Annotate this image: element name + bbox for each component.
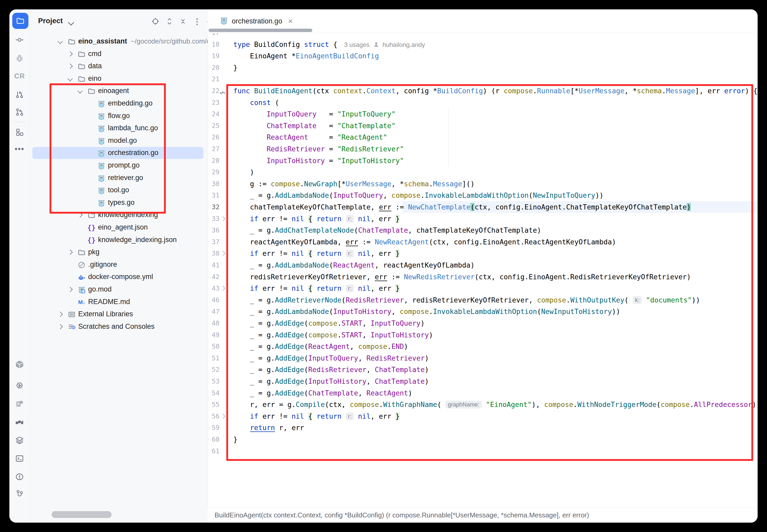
- fold-collapsed-icon[interactable]: [220, 286, 225, 290]
- tree-item-label: Scratches and Consoles: [78, 323, 155, 331]
- go-gopher-icon: [220, 16, 228, 26]
- breadcrumb-bar: BuildEinoAgent(ctx context.Context, conf…: [208, 508, 758, 523]
- pull-request-icon[interactable]: [9, 87, 30, 102]
- project-path: ~/gocode/src/github.com/cl: [127, 37, 208, 45]
- version-control-icon[interactable]: [9, 486, 30, 501]
- vcs-update-icon[interactable]: [9, 105, 30, 119]
- commit-icon[interactable]: [9, 33, 30, 47]
- bookmarks-icon[interactable]: [9, 397, 30, 411]
- tree-item-docker-compose-yml[interactable]: docker-compose.yml: [30, 271, 208, 283]
- folder-file-icon: [67, 37, 76, 46]
- problems-icon[interactable]: [9, 469, 30, 484]
- scratch-file-icon: [67, 323, 76, 331]
- chevron-collapsed-icon[interactable]: [67, 51, 73, 57]
- activity-divider: [14, 122, 26, 122]
- profiler-icon[interactable]: [9, 415, 30, 429]
- author-avatar-icon: [373, 41, 379, 48]
- json-file-icon: {}: [87, 236, 96, 245]
- code-text: EinoAgent *EinoAgentBuildConfig: [233, 50, 379, 62]
- project-panel-header: Project ⋮—: [30, 9, 208, 33]
- terminal-icon[interactable]: [9, 451, 30, 466]
- debug-icon[interactable]: [9, 51, 30, 65]
- tree-item-label: .gitignore: [88, 261, 117, 269]
- graph-gutter-icon: [219, 90, 226, 96]
- ide-window: CR••• Project ⋮— eino_assistant~/gocode/…: [9, 9, 758, 523]
- tree-item-eino[interactable]: eino: [30, 72, 208, 85]
- tree-item-scratches-and-consoles[interactable]: Scratches and Consoles: [30, 320, 208, 333]
- locate-file-icon[interactable]: [150, 16, 161, 27]
- chevron-expanded-icon[interactable]: [67, 76, 73, 81]
- annotation-box-code: [226, 84, 753, 461]
- breadcrumb[interactable]: BuildEinoAgent(ctx context.Context, conf…: [214, 511, 589, 519]
- tree-item-readme-md[interactable]: M↓README.md: [30, 296, 208, 308]
- tab-label: orchestration.go: [232, 17, 282, 25]
- ignore-file-icon: [77, 261, 86, 269]
- tree-item-label: eino: [88, 75, 101, 83]
- fold-collapsed-icon[interactable]: [220, 414, 225, 418]
- code-line-20[interactable]: 20}: [208, 62, 758, 73]
- services-icon[interactable]: [9, 433, 30, 448]
- tree-item-label: README.md: [88, 298, 130, 306]
- tree-item-go-mod[interactable]: go.mod: [30, 283, 208, 296]
- chevron-collapsed-icon[interactable]: [67, 287, 73, 292]
- chevron-collapsed-icon[interactable]: [58, 324, 63, 329]
- options-menu-icon[interactable]: ⋮: [191, 16, 203, 27]
- activity-bar: CR•••: [9, 9, 30, 523]
- code-line-19[interactable]: 19 EinoAgent *EinoAgentBuildConfig: [208, 50, 758, 62]
- structure-icon[interactable]: [9, 125, 30, 139]
- tree-item--gitignore[interactable]: .gitignore: [30, 258, 208, 271]
- tree-item-label: go.mod: [88, 285, 112, 293]
- tree-item-label: eino_assistant~/gocode/src/github.com/cl: [78, 37, 208, 45]
- tree-item-data[interactable]: data: [30, 60, 208, 72]
- project-panel-title[interactable]: Project: [38, 17, 63, 25]
- tree-item-label: External Libraries: [78, 310, 133, 318]
- gomod-file-icon: [77, 285, 86, 294]
- tree-item-label: knowledge_indexing.json: [98, 236, 177, 244]
- tab-strip-scrollbar[interactable]: [208, 29, 312, 32]
- tree-item-external-libraries[interactable]: External Libraries: [30, 308, 208, 320]
- folder-icon: [16, 16, 25, 25]
- chevron-collapsed-icon[interactable]: [67, 250, 73, 255]
- json-file-icon: {}: [87, 223, 96, 232]
- tree-item-cmd[interactable]: cmd: [30, 48, 208, 60]
- fold-collapsed-icon[interactable]: [220, 216, 225, 221]
- code-line-18[interactable]: 18type BuildConfig struct { 3 usageshuha…: [208, 39, 758, 50]
- tree-item-label: pkg: [88, 248, 100, 256]
- chevron-expanded-icon[interactable]: [58, 39, 63, 44]
- code-text: type BuildConfig struct { 3 usageshuhail…: [233, 39, 425, 51]
- folder-file-icon: [77, 75, 86, 83]
- tree-item-label: data: [88, 62, 102, 70]
- cube-icon[interactable]: [9, 357, 30, 372]
- tree-item-eino-agent-json[interactable]: {}eino_agent.json: [30, 221, 208, 234]
- folder-file-icon: [77, 62, 86, 71]
- close-icon[interactable]: ×: [288, 16, 293, 26]
- tree-item-label: cmd: [88, 50, 101, 58]
- chevron-collapsed-icon[interactable]: [58, 312, 63, 317]
- code-review-icon[interactable]: CR: [9, 69, 30, 83]
- lib-file-icon: [67, 310, 76, 319]
- tree-item-label: docker-compose.yml: [88, 273, 153, 281]
- chevron-collapsed-icon[interactable]: [67, 64, 73, 69]
- collapse-all-icon[interactable]: [177, 16, 189, 27]
- tree-item-pkg[interactable]: pkg: [30, 246, 208, 258]
- docker-file-icon: [77, 273, 86, 282]
- annotation-box-einoagent: [50, 83, 166, 214]
- horizontal-scrollbar[interactable]: [52, 511, 112, 518]
- chevron-down-icon[interactable]: [68, 19, 74, 26]
- md-file-icon: M↓: [77, 298, 86, 307]
- folder-file-icon: [77, 50, 86, 59]
- tree-item-eino-assistant[interactable]: eino_assistant~/gocode/src/github.com/cl: [30, 35, 208, 48]
- run-icon[interactable]: [9, 378, 30, 393]
- expand-all-icon[interactable]: [164, 16, 175, 27]
- more-icon[interactable]: •••: [9, 142, 30, 156]
- code-text: }: [233, 62, 237, 73]
- project-folder-app-icon[interactable]: [12, 13, 28, 29]
- fold-collapsed-icon[interactable]: [220, 251, 225, 256]
- tree-item-label: eino_agent.json: [98, 223, 148, 231]
- code-line-21[interactable]: 21: [208, 73, 758, 85]
- tree-item-knowledge-indexing-json[interactable]: {}knowledge_indexing.json: [30, 234, 208, 246]
- folder-file-icon: [77, 248, 86, 257]
